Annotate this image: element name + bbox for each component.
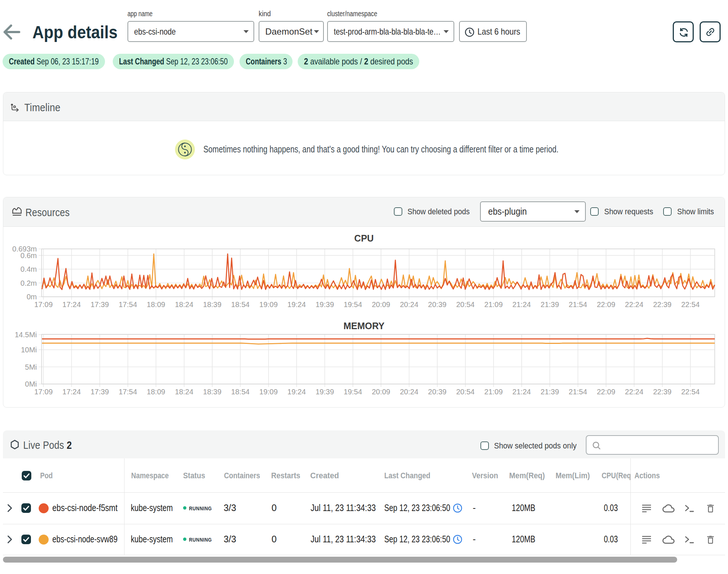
svg-text:17:39: 17:39 [91,388,109,396]
svg-text:21:24: 21:24 [512,388,531,396]
svg-text:22:09: 22:09 [597,300,615,309]
svg-text:20:54: 20:54 [456,388,475,396]
svg-text:18:09: 18:09 [147,388,165,396]
svg-text:17:24: 17:24 [62,300,81,309]
svg-text:17:54: 17:54 [119,300,137,309]
svg-text:20:54: 20:54 [456,300,475,309]
svg-text:17:09: 17:09 [34,300,53,309]
svg-text:18:09: 18:09 [147,300,165,309]
svg-text:0.693m: 0.693m [12,245,37,253]
svg-text:22:39: 22:39 [653,300,672,309]
svg-text:19:39: 19:39 [315,388,334,396]
svg-text:18:39: 18:39 [203,388,221,396]
svg-text:MEMORY: MEMORY [343,321,385,331]
svg-text:21:54: 21:54 [569,300,587,309]
svg-text:19:09: 19:09 [259,300,278,309]
svg-text:0.2m: 0.2m [21,279,37,287]
svg-text:18:39: 18:39 [203,300,221,309]
svg-text:19:24: 19:24 [287,388,306,396]
svg-text:18:54: 18:54 [231,388,249,396]
svg-text:21:09: 21:09 [484,388,503,396]
svg-text:18:54: 18:54 [231,300,249,309]
svg-text:19:54: 19:54 [344,300,362,309]
svg-text:22:54: 22:54 [681,300,700,309]
svg-text:20:24: 20:24 [400,388,418,396]
svg-text:20:09: 20:09 [372,388,390,396]
svg-text:22:24: 22:24 [625,388,643,396]
svg-text:22:39: 22:39 [653,388,672,396]
svg-text:21:09: 21:09 [484,300,503,309]
svg-text:10Mi: 10Mi [21,346,37,354]
svg-text:20:39: 20:39 [428,388,447,396]
svg-text:21:24: 21:24 [512,300,531,309]
svg-text:0m: 0m [27,293,37,301]
svg-text:19:09: 19:09 [259,388,278,396]
svg-text:17:24: 17:24 [62,388,81,396]
svg-text:0Mi: 0Mi [25,380,37,388]
svg-text:5Mi: 5Mi [25,363,37,371]
svg-text:20:39: 20:39 [428,300,447,309]
svg-text:18:24: 18:24 [175,300,193,309]
svg-text:21:54: 21:54 [569,388,587,396]
svg-text:0.4m: 0.4m [21,265,37,273]
svg-text:17:39: 17:39 [91,300,109,309]
svg-text:22:24: 22:24 [625,300,643,309]
svg-text:CPU: CPU [354,233,374,243]
svg-text:18:24: 18:24 [175,388,193,396]
svg-text:19:24: 19:24 [287,300,306,309]
svg-text:20:09: 20:09 [372,300,390,309]
svg-text:14.5Mi: 14.5Mi [15,331,37,339]
svg-text:20:24: 20:24 [400,300,418,309]
svg-text:19:39: 19:39 [315,300,334,309]
svg-text:21:39: 21:39 [540,300,559,309]
svg-text:21:39: 21:39 [540,388,559,396]
svg-text:17:09: 17:09 [34,388,53,396]
svg-text:22:54: 22:54 [681,388,700,396]
svg-text:17:54: 17:54 [119,388,137,396]
svg-text:22:09: 22:09 [597,388,615,396]
svg-text:19:54: 19:54 [344,388,362,396]
